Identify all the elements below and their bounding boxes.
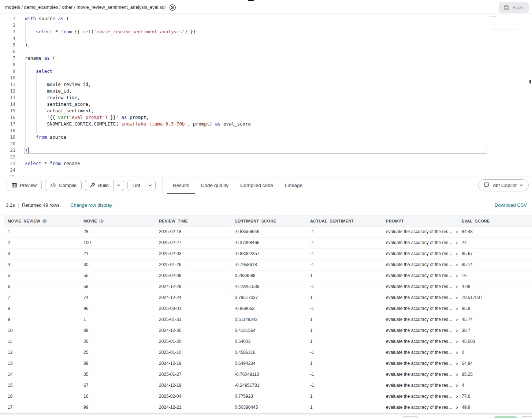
download-csv-link[interactable]: Download CSV (495, 202, 527, 208)
tab-compiled-code[interactable]: Compiled code (234, 176, 279, 194)
cutoff-button[interactable] (521, 416, 532, 418)
cell: -1 (306, 248, 382, 259)
prompt-expand-icon[interactable] (455, 395, 458, 399)
prompt-expand-icon[interactable] (455, 384, 458, 388)
line-number: 1 (0, 15, 15, 22)
line-number: 3 (0, 29, 15, 35)
code-line: 5), (0, 42, 532, 48)
line-number: 4 (0, 35, 15, 42)
prompt-expand-icon[interactable] (455, 263, 458, 267)
results-table-header: MOVIE_REVIEW_IDMOVIE_IDREVIEW_TIMESENTIM… (4, 216, 532, 227)
prompt-text: evaluate the accuracy of the res… (386, 402, 453, 413)
read-only-icon (169, 4, 176, 11)
line-number: 16 (0, 114, 15, 121)
cell: 26 (80, 336, 155, 347)
cell: 2025-01-20 (155, 336, 231, 347)
cell: 16 (458, 270, 532, 281)
dbt-ide-window: models / demo_examples / other / movie_r… (0, 0, 532, 419)
cell: -0.83556646 (231, 227, 306, 237)
prompt-expand-icon[interactable] (455, 241, 458, 245)
line-number: 6 (0, 48, 15, 55)
code-line: 13 review_time, (0, 94, 532, 101)
prompt-cell: evaluate the accuracy of the res… (382, 391, 458, 402)
cutoff-green-button[interactable] (493, 416, 518, 418)
table-row: 21002025-02-27-0.37398466-1evaluate the … (4, 237, 532, 248)
minimap[interactable]: 1with source as (23 select * from {{ ref… (488, 16, 523, 37)
column-header: EVAL_SCORE (458, 216, 532, 226)
cell: 74 (80, 292, 155, 303)
prompt-text: evaluate the accuracy of the res… (386, 347, 453, 358)
cell: 1 (80, 314, 155, 325)
lint-button[interactable]: Lint (127, 180, 156, 191)
text-caret (28, 147, 29, 153)
cell: 45.74 (458, 314, 532, 325)
code-line: 8 (0, 61, 532, 68)
sql-code-editor[interactable]: 1with source as (23 select * from {{ ref… (0, 14, 532, 176)
cell: 2024-12-24 (155, 292, 231, 303)
cell: -0.7958618 (231, 259, 306, 270)
cell: 21 (80, 248, 155, 259)
prompt-expand-icon[interactable] (455, 318, 458, 322)
results-tabs: ResultsCode qualityCompiled codeLineage (167, 176, 308, 194)
cell: -0.76049113 (231, 369, 306, 380)
prompt-expand-icon[interactable] (455, 406, 458, 409)
prompt-expand-icon[interactable] (455, 351, 458, 355)
preview-button[interactable]: Preview (7, 180, 42, 191)
build-label: Build (98, 183, 109, 188)
cell: 85.9 (458, 303, 532, 314)
build-button[interactable]: Build (85, 180, 124, 191)
prompt-expand-icon[interactable] (455, 274, 458, 278)
prompt-expand-icon[interactable] (455, 285, 458, 289)
code-line: 19 from source (0, 134, 532, 141)
cutoff-button[interactable] (403, 416, 418, 418)
preview-table-icon (12, 183, 17, 188)
cell: 0.79517037 (231, 292, 306, 303)
cell: -1 (306, 303, 382, 314)
cell: 59 (80, 281, 155, 292)
save-button[interactable]: Save (499, 2, 529, 13)
prompt-expand-icon[interactable] (455, 362, 458, 366)
cell: 16 (4, 391, 80, 402)
cell: 2025-02-03 (155, 248, 231, 259)
cell: 85.25 (458, 369, 532, 380)
cell: -0.24951781 (231, 380, 306, 391)
cell: -0.19261539 (231, 281, 306, 292)
prompt-expand-icon[interactable] (455, 329, 458, 333)
prompt-cell: evaluate the accuracy of the res… (382, 369, 458, 380)
prompt-expand-icon[interactable] (455, 307, 458, 311)
prompt-text: evaluate the accuracy of the res… (386, 336, 453, 347)
prompt-expand-icon[interactable] (455, 340, 458, 344)
lint-main[interactable]: Lint (128, 180, 145, 191)
compile-button[interactable]: Compile (45, 180, 82, 191)
change-row-display-link[interactable]: Change row display (70, 202, 112, 208)
cell: 35 (80, 369, 155, 380)
prompt-expand-icon[interactable] (455, 252, 458, 256)
cell: 1 (306, 292, 382, 303)
tab-results[interactable]: Results (167, 176, 195, 194)
dbt-copilot-button[interactable]: dbt Copilot (478, 179, 529, 191)
cell: 4 (4, 259, 80, 270)
code-line: 18 (0, 127, 532, 134)
toolbar-divider (162, 176, 163, 194)
tab-lineage[interactable]: Lineage (279, 176, 308, 194)
active-line-highlight (24, 147, 487, 154)
build-main[interactable]: Build (85, 180, 114, 191)
prompt-cell: evaluate the accuracy of the res… (382, 347, 458, 358)
results-panel: 3.2s | Returned 49 rows. Change row disp… (4, 194, 532, 413)
code-line: 1with source as ( (0, 15, 532, 22)
build-dropdown-chevron[interactable] (114, 180, 124, 191)
copilot-chevron-icon (520, 184, 523, 187)
prompt-text: evaluate the accuracy of the res… (386, 358, 453, 369)
prompt-expand-icon[interactable] (455, 296, 458, 300)
cell: 2024-12-19 (155, 358, 231, 369)
prompt-expand-icon[interactable] (455, 373, 458, 377)
tab-code-quality[interactable]: Code quality (195, 176, 234, 194)
cell: -0.83062357 (231, 248, 306, 259)
lint-dropdown-chevron[interactable] (145, 180, 155, 191)
line-number: 18 (0, 127, 15, 134)
line-number: 15 (0, 108, 15, 114)
line-number: 11 (0, 81, 15, 88)
prompt-expand-icon[interactable] (455, 230, 458, 234)
editor-scrollbar-thumb[interactable] (529, 80, 531, 83)
rows-returned-text: Returned 49 rows. (22, 202, 61, 208)
